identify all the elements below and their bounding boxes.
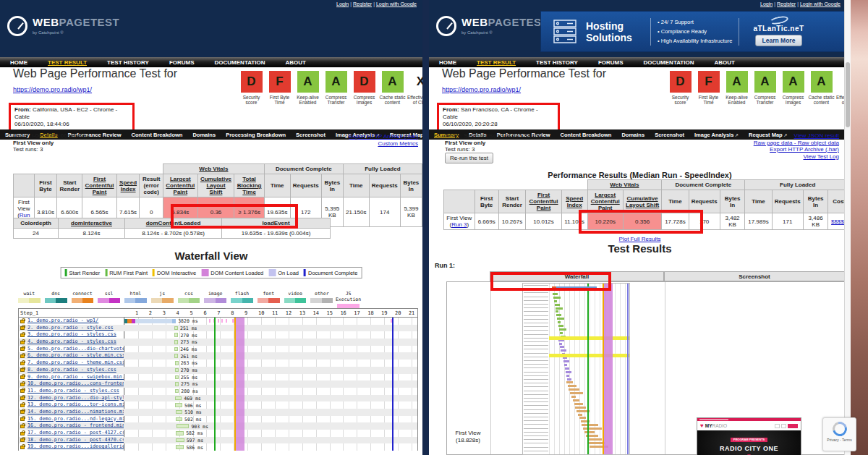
axis-tick: 17	[354, 310, 359, 316]
scrollbar-thumb[interactable]	[846, 62, 850, 127]
table-group-header	[444, 180, 588, 190]
page-screenshot-thumbnail[interactable]: ♥ MYRADIO PROGRAM PRESENTS RADIO CITY ON…	[697, 417, 801, 455]
nav-item-test-history[interactable]: TEST HISTORY	[97, 59, 159, 66]
request-label[interactable]: 11. demo.pro.radio - styles.css	[19, 388, 124, 395]
login-link-login[interactable]: Login	[760, 1, 773, 7]
webpagetest-logo[interactable]: WEBPAGETEST by Catchpoint ®	[436, 16, 548, 36]
result-link[interactable]: Custom Metrics	[378, 140, 418, 147]
result-link[interactable]: View Test Log	[803, 153, 839, 160]
plot-full-results-link[interactable]: Plot Full Results	[619, 236, 661, 242]
window-divider	[422, 0, 429, 455]
request-label[interactable]: 4. demo.pro.radio - styles.css	[19, 339, 124, 346]
nav-item-forums[interactable]: FORUMS	[159, 59, 205, 66]
result-link[interactable]: View JSON result	[793, 132, 839, 139]
request-label[interactable]: 7. demo.pro.radio - theme.min.css	[19, 360, 124, 367]
request-label[interactable]: 19. demo.pro.radio...ideogalleries.css	[19, 443, 124, 451]
grade-letter: D	[241, 71, 263, 93]
axis-tick: 3	[163, 310, 166, 316]
table-column-header	[444, 190, 475, 213]
grade-label: Keep-alive Enabled	[723, 95, 751, 105]
request-bar	[176, 424, 189, 428]
subnav-item-content-breakdown[interactable]: Content Breakdown	[127, 132, 188, 138]
left-browser-page: Login|Register|Login with Google WEBPAGE…	[0, 0, 422, 455]
nav-item-test-result[interactable]: TEST RESULT	[467, 59, 526, 66]
nav-item-forums[interactable]: FORUMS	[588, 59, 634, 66]
request-label[interactable]: 6. demo.pro.radio - style.min.css	[19, 352, 124, 360]
nav-item-test-history[interactable]: TEST HISTORY	[526, 59, 588, 66]
lock-icon	[20, 446, 25, 449]
request-label[interactable]: 15. demo.pro.radio...nd-legacy.min.css	[19, 416, 124, 423]
recaptcha-badge[interactable]: Privacy - Terms	[822, 417, 856, 451]
metric-value-cell: 3,482 KB	[720, 213, 745, 230]
metric-value-cell: 21.150s	[343, 197, 369, 227]
request-label[interactable]: 5. demo.pro.radio...dio-chartvote.css	[19, 346, 124, 353]
result-link[interactable]: Raw page data - Raw object data	[754, 140, 839, 146]
left-login-links: Login|Register|Login with Google	[336, 1, 417, 7]
logo-byline: by Catchpoint ®	[461, 30, 548, 35]
hosting-ad-banner[interactable]: Hosting Solutions • 24/ 7 Support• Compl…	[540, 11, 845, 52]
subnav-item-processing-breakdown[interactable]: Processing Breakdown	[221, 132, 291, 138]
login-link-login-with-google[interactable]: Login with Google	[376, 1, 417, 7]
table-column-header: Start Render	[57, 174, 82, 197]
nav-item-documentation[interactable]: DOCUMENTATION	[205, 59, 276, 66]
request-label[interactable]: 1. demo.pro.radio - wp1/	[19, 318, 124, 325]
waterfall-row: 2. demo.pro.radio - style.css251 ms	[19, 325, 417, 332]
request-label[interactable]: 18. demo.pro.radio - post-4370.css	[19, 437, 124, 444]
request-label[interactable]: 9. demo.pro.radio - swipebox.min.css	[19, 374, 124, 381]
waterfall-row: 12. demo.pro.radio...dio-apl-style.css46…	[19, 395, 417, 402]
subnav-item-image-analysis[interactable]: Image Analysis ↗	[689, 132, 744, 138]
grade-security-score: DSecurity score	[237, 71, 265, 105]
nav-item-about[interactable]: ABOUT	[704, 59, 744, 66]
request-label[interactable]: 2. demo.pro.radio - style.css	[19, 325, 124, 332]
waterfall-thumbnail[interactable]	[522, 283, 630, 455]
lock-icon	[20, 354, 25, 358]
ad-divider	[739, 18, 739, 46]
thumb-request-bar	[560, 332, 563, 334]
metric-value-cell: 17.989s	[745, 213, 772, 230]
thumb-hero-title: RADIO CITY ONE	[697, 445, 801, 452]
request-label[interactable]: 17. demo.pro.radio - post-4127.css	[19, 430, 124, 437]
table-column-header: Speed Index	[116, 174, 140, 197]
mime-legend-js-execution: JS Execution	[335, 291, 362, 309]
request-bar	[175, 368, 179, 373]
nav-item-about[interactable]: ABOUT	[275, 59, 315, 66]
request-label[interactable]: 8. demo.pro.radio - styles.css	[19, 367, 124, 374]
rerun-test-button[interactable]: Re-run the test	[445, 153, 493, 163]
nav-item-home[interactable]: HOME	[0, 59, 38, 66]
run-label: Run 1:	[435, 262, 455, 269]
subnav-item-screenshot[interactable]: Screenshot	[650, 132, 689, 138]
nav-item-test-result[interactable]: TEST RESULT	[38, 59, 97, 66]
request-label[interactable]: 16. demo.pro.radio - frontend.min.css	[19, 422, 124, 430]
login-link-login[interactable]: Login	[336, 1, 349, 7]
result-link[interactable]: Export HTTP Archive (.har)	[770, 146, 839, 153]
result-link[interactable]: Export HTTP Archive (.har)	[349, 133, 418, 140]
doc-complete-line	[392, 318, 393, 451]
subnav-item-domains[interactable]: Domains	[187, 132, 221, 138]
subnav-item-screenshot[interactable]: Screenshot	[291, 132, 331, 138]
right-tested-url-link[interactable]: https://demo.pro.radio/wp1/	[442, 86, 521, 93]
metrics-header: Colordepth	[14, 218, 59, 229]
ad-learn-more-button[interactable]: Learn More	[755, 35, 803, 46]
left-tested-url-link[interactable]: https://demo.pro.radio/wp1/	[13, 86, 92, 93]
login-link-register[interactable]: Register	[353, 1, 372, 7]
thumb-request-bar	[566, 381, 573, 383]
request-label[interactable]: 14. demo.pro.radio...nimations.min.css	[19, 409, 124, 416]
table-column-header: First Byte	[34, 174, 57, 197]
mime-label: html	[122, 291, 149, 297]
request-label[interactable]: 13. demo.pro.radio...tor-icons.min.css	[19, 401, 124, 409]
thumb-request-bar	[554, 300, 557, 302]
run-link[interactable]: Run 3	[451, 221, 467, 228]
nav-item-home[interactable]: HOME	[429, 59, 467, 66]
request-label[interactable]: 10. demo.pro.radio...cons-frontend.css	[19, 380, 124, 388]
request-label[interactable]: 12. demo.pro.radio...dio-apl-style.css	[19, 395, 124, 402]
subnav-item-content-breakdown[interactable]: Content Breakdown	[556, 132, 617, 138]
webpagetest-logo[interactable]: WEBPAGETEST by Catchpoint ®	[7, 16, 119, 36]
login-link-login-with-google[interactable]: Login with Google	[800, 1, 841, 7]
nav-item-documentation[interactable]: DOCUMENTATION	[634, 59, 705, 66]
subnav-item-domains[interactable]: Domains	[616, 132, 650, 138]
request-bar	[174, 340, 178, 344]
login-link-register[interactable]: Register	[777, 1, 796, 7]
metrics-value: 8.124s	[59, 229, 125, 239]
request-label[interactable]: 3. demo.pro.radio - styles.css	[19, 331, 124, 339]
right-page-scrollbar[interactable]	[844, 0, 851, 455]
